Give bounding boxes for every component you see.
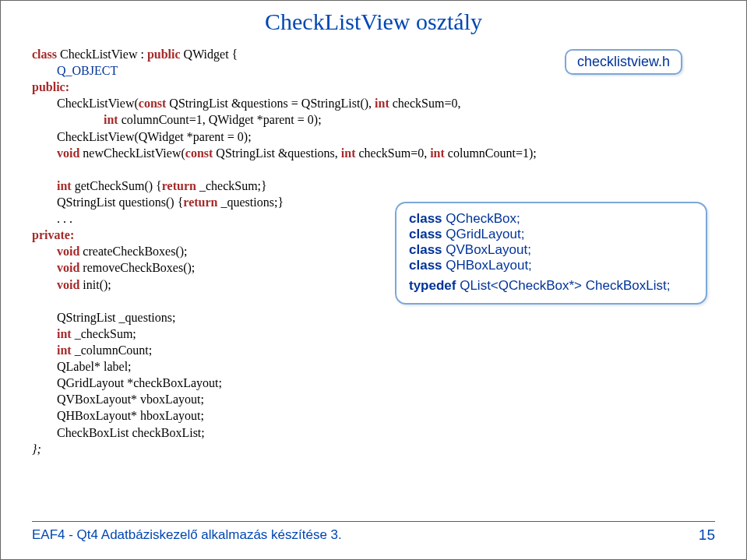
kw-int: int [104, 113, 122, 126]
code-text: QHBoxLayout* hboxLayout; [32, 409, 204, 422]
forward-declarations-box: class QCheckBox; class QGridLayout; clas… [395, 202, 707, 305]
code-text [32, 179, 57, 192]
code-text: columnCount=1); [448, 146, 537, 160]
class-box-line: class QCheckBox; [409, 211, 693, 227]
code-text [32, 245, 57, 258]
code-text: . . . [32, 212, 72, 225]
typedef-body: QList<QCheckBox*> CheckBoxList; [460, 278, 670, 293]
slide: CheckListView osztály checklistview.h cl… [0, 0, 747, 560]
kw-class: class [409, 258, 446, 273]
kw-class: class [32, 48, 60, 61]
code-text: getCheckSum() { [75, 179, 162, 192]
code-text: QLabel* label; [32, 360, 132, 373]
kw-return: return [162, 179, 199, 192]
kw-public: public [147, 48, 181, 61]
code-text: columnCount=1, QWidget *parent = 0); [122, 113, 322, 126]
code-text: QVBoxLayout* vboxLayout; [32, 393, 204, 406]
kw-const: const [139, 97, 170, 110]
page-number: 15 [699, 527, 715, 544]
kw-int: int [57, 343, 75, 357]
code-text [32, 327, 57, 340]
code-text [32, 113, 104, 126]
footer-text: EAF4 - Qt4 Adatbáziskezelő alkalmazás ké… [32, 527, 342, 543]
code-text: CheckListView( [32, 97, 139, 110]
code-text: newCheckListView( [83, 146, 185, 160]
kw-int: int [372, 97, 393, 110]
code-text: checkSum=0, [393, 97, 461, 110]
code-text: checkSum=0, [358, 146, 430, 160]
class-name: QCheckBox; [446, 211, 520, 226]
class-box-line: class QHBoxLayout; [409, 258, 693, 273]
code-text: removeCheckBoxes(); [83, 261, 195, 274]
kw-void: void [57, 261, 83, 274]
class-name: QVBoxLayout; [446, 242, 531, 257]
code-text: init(); [83, 278, 111, 291]
kw-return: return [183, 195, 220, 209]
code-text [32, 278, 57, 291]
class-box-line: typedef QList<QCheckBox*> CheckBoxList; [409, 278, 693, 294]
code-text: _columnCount; [75, 343, 153, 357]
footer: EAF4 - Qt4 Adatbáziskezelő alkalmazás ké… [32, 521, 715, 544]
slide-title: CheckListView osztály [1, 9, 746, 35]
code-text: QWidget { [181, 48, 238, 61]
code-text: _checkSum; [75, 327, 136, 340]
kw-void: void [57, 245, 83, 258]
code-text: CheckListView : [60, 48, 147, 61]
class-box-line: class QVBoxLayout; [409, 242, 693, 258]
filename-box: checklistview.h [565, 49, 682, 75]
code-text: }; [32, 442, 41, 456]
kw-int: int [57, 179, 75, 192]
code-macro: Q_OBJECT [32, 64, 118, 77]
kw-void: void [57, 278, 83, 291]
kw-const: const [185, 146, 217, 160]
code-text: QGridLayout *checkBoxLayout; [32, 376, 222, 389]
kw-typedef: typedef [409, 278, 460, 293]
code-text: QStringList _questions; [32, 311, 175, 324]
class-box-line: class QGridLayout; [409, 227, 693, 242]
code-text [32, 146, 57, 160]
kw-int: int [57, 327, 75, 340]
code-text [32, 343, 57, 357]
code-text: _checkSum;} [199, 179, 267, 192]
code-text: _questions;} [220, 195, 284, 209]
class-name: QGridLayout; [446, 227, 524, 241]
code-text: CheckBoxList checkBoxList; [32, 426, 205, 439]
code-text: QStringList &questions, [216, 146, 340, 160]
class-name: QHBoxLayout; [446, 258, 532, 273]
code-text [32, 261, 57, 274]
code-text: QStringList &questions = QStringList(), [169, 97, 372, 110]
code-text: QStringList questions() { [32, 195, 183, 209]
kw-void: void [57, 146, 83, 160]
kw-class: class [409, 227, 446, 241]
kw-int: int [341, 146, 359, 160]
kw-class: class [409, 211, 446, 226]
kw-public: public: [32, 80, 69, 93]
code-text: CheckListView(QWidget *parent = 0); [32, 130, 252, 143]
code-text: createCheckBoxes(); [83, 245, 187, 258]
kw-private: private: [32, 228, 74, 241]
kw-class: class [409, 242, 446, 257]
kw-int: int [430, 146, 448, 160]
